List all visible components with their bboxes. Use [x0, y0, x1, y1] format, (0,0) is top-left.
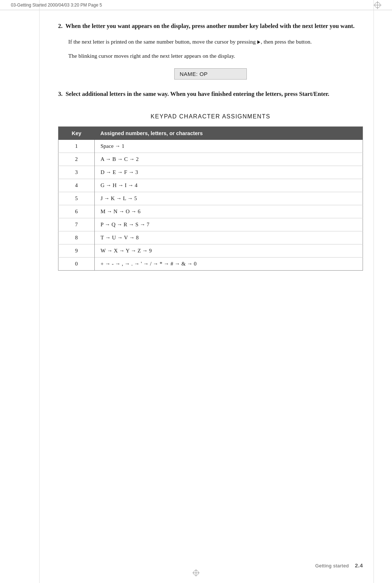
step2-para1: If the next letter is printed on the sam… [68, 37, 363, 46]
table-header-row: Key Assigned numbers, letters, or charac… [58, 127, 363, 140]
assign-cell: + → - → , → . → ' → / → * → # → & → 0 [95, 258, 363, 271]
assign-cell: D → E → F → 3 [95, 166, 363, 179]
footer: Getting started 2.4 [0, 562, 392, 568]
assign-cell: W → X → Y → Z → 9 [95, 244, 363, 258]
step3-block: 3. Select additional letters in the same… [58, 90, 363, 99]
table-row: 0+ → - → , → . → ' → / → * → # → & → 0 [58, 258, 363, 271]
keypad-section: KEYPAD CHARACTER ASSIGNMENTS Key Assigne… [58, 113, 363, 271]
table-row: 6M → N → O → 6 [58, 205, 363, 218]
display-box-text: NAME: OP [180, 71, 208, 77]
margin-line-left [39, 0, 40, 583]
table-row: 3D → E → F → 3 [58, 166, 363, 179]
footer-label: Getting started 2.4 [315, 562, 363, 568]
assign-cell: T → U → V → 8 [95, 231, 363, 244]
assign-cell: Space → 1 [95, 140, 363, 153]
key-cell: 3 [58, 166, 95, 179]
crosshair-v [377, 1, 378, 9]
key-cell: 4 [58, 179, 95, 192]
key-cell: 2 [58, 153, 95, 166]
table-header-key: Key [58, 127, 95, 140]
keypad-title: KEYPAD CHARACTER ASSIGNMENTS [58, 113, 363, 120]
crosshair-circle [375, 2, 380, 8]
table-row: 7P → Q → R → S → 7 [58, 218, 363, 231]
table-row: 2A → B → C → 2 [58, 153, 363, 166]
key-cell: 8 [58, 231, 95, 244]
step2-heading: 2. When the letter you want appears on t… [58, 22, 363, 31]
crosshair-svg [192, 569, 200, 576]
page-container: 03-Getting Started 2000/04/03 3:20 PM Pa… [0, 0, 392, 583]
keypad-table: Key Assigned numbers, letters, or charac… [58, 126, 363, 271]
step3-heading: 3. Select additional letters in the same… [58, 90, 363, 99]
assign-cell: M → N → O → 6 [95, 205, 363, 218]
assign-cell: G → H → I → 4 [95, 179, 363, 192]
display-box: NAME: OP [174, 68, 247, 80]
header-bar: 03-Getting Started 2000/04/03 3:20 PM Pa… [0, 0, 392, 10]
step2-block: 2. When the letter you want appears on t… [58, 22, 363, 80]
assign-cell: J → K → L → 5 [95, 192, 363, 205]
key-cell: 9 [58, 244, 95, 258]
header-title: 03-Getting Started 2000/04/03 3:20 PM Pa… [11, 3, 374, 8]
key-cell: 0 [58, 258, 95, 271]
table-row: 5J → K → L → 5 [58, 192, 363, 205]
assign-cell: P → Q → R → S → 7 [95, 218, 363, 231]
footer-page: 2.4 [355, 562, 363, 568]
triangle-right-icon [257, 40, 260, 44]
footer-label-text: Getting started [315, 563, 349, 568]
table-header-assign: Assigned numbers, letters, or characters [95, 127, 363, 140]
table-row: 9W → X → Y → Z → 9 [58, 244, 363, 258]
margin-line-right [373, 0, 374, 583]
key-cell: 7 [58, 218, 95, 231]
key-cell: 5 [58, 192, 95, 205]
display-box-container: NAME: OP [58, 68, 363, 80]
table-row: 1Space → 1 [58, 140, 363, 153]
bottom-crosshair-icon [192, 569, 200, 576]
table-row: 4G → H → I → 4 [58, 179, 363, 192]
key-cell: 1 [58, 140, 95, 153]
header-crosshair-icon [374, 1, 381, 9]
step2-para2: The blinking cursor moves right and the … [68, 52, 363, 61]
main-content: 2. When the letter you want appears on t… [58, 22, 363, 271]
table-row: 8T → U → V → 8 [58, 231, 363, 244]
key-cell: 6 [58, 205, 95, 218]
assign-cell: A → B → C → 2 [95, 153, 363, 166]
